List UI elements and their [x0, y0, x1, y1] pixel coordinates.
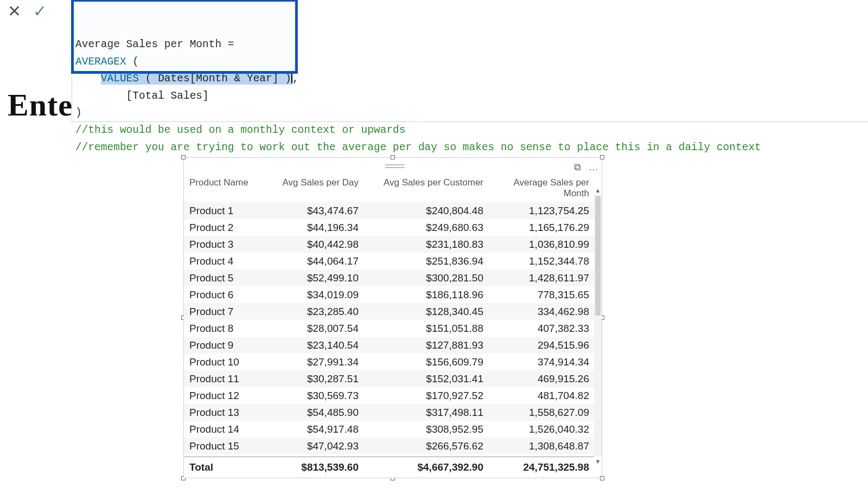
formula-editor[interactable]: Average Sales per Month = AVERAGEX ( VAL…	[72, 0, 868, 122]
table-row[interactable]: Product 6$34,019.09$186,118.96778,315.65	[184, 286, 602, 303]
table-visual[interactable]: ⧉ … Product NameAvg Sales per DayAvg Sal…	[183, 157, 602, 478]
table-cell: Product 7	[189, 303, 265, 320]
scroll-up-icon[interactable]: ▲	[594, 187, 602, 194]
table-cell: $240,804.48	[363, 202, 488, 219]
table-cell: $54,917.48	[265, 421, 363, 438]
table-cell: 1,165,176.29	[488, 219, 593, 236]
total-cell: Total	[189, 457, 265, 478]
table-row[interactable]: Product 10$27,991.34$156,609.79374,914.3…	[184, 354, 602, 370]
formula-line-4: [Total Sales]	[75, 90, 209, 102]
table-cell: 407,382.33	[488, 320, 593, 337]
table-row[interactable]: Product 14$54,917.48$308,952.951,526,040…	[184, 421, 602, 438]
table-cell: 374,914.34	[488, 354, 593, 370]
table-cell: $47,042.93	[265, 438, 363, 454]
table-cell: $186,118.96	[363, 286, 488, 303]
scroll-thumb[interactable]	[595, 196, 601, 316]
column-header[interactable]: Average Sales per Month	[488, 177, 593, 199]
table-cell: $28,007.54	[265, 320, 363, 337]
comment-2: //remember you are trying to work out th…	[75, 142, 761, 153]
formula-indent	[75, 73, 101, 85]
table-cell: Product 1	[189, 202, 265, 219]
table-cell: $34,019.09	[265, 286, 363, 303]
formula-line-5: )	[75, 107, 82, 119]
resize-handle[interactable]	[600, 155, 604, 159]
total-cell: 24,751,325.98	[488, 457, 593, 478]
formula-bar: ✕ ✓ Average Sales per Month = AVERAGEX (…	[0, 0, 868, 122]
comment-1: //this would be used on a monthly contex…	[75, 124, 406, 136]
table-cell: $54,485.90	[265, 404, 363, 421]
commit-button[interactable]: ✓	[33, 3, 47, 20]
table-cell: Product 5	[189, 269, 265, 286]
table-cell: Product 4	[189, 253, 265, 269]
table-cell: 1,526,040.32	[488, 421, 593, 438]
table-cell: Product 14	[189, 421, 265, 438]
table-row[interactable]: Product 12$30,569.73$170,927.52481,704.8…	[184, 387, 602, 404]
column-header[interactable]: Avg Sales per Customer	[363, 177, 488, 199]
total-cell: $813,539.60	[265, 457, 363, 478]
table-cell: 1,152,344.78	[488, 253, 593, 269]
scroll-down-icon[interactable]: ▼	[594, 458, 602, 465]
table-cell: $52,499.10	[265, 269, 363, 286]
comma: ,	[292, 73, 299, 85]
table-cell: Product 10	[189, 354, 265, 370]
formula-line-1: Average Sales per Month =	[75, 38, 240, 50]
visual-header: ⧉ …	[184, 158, 602, 176]
cancel-button[interactable]: ✕	[8, 3, 21, 20]
table-row[interactable]: Product 7$23,285.40$128,340.45334,462.98	[184, 303, 602, 320]
table-cell: $43,474.67	[265, 202, 363, 219]
table-cell: $23,285.40	[265, 303, 363, 320]
drag-handle-icon[interactable]	[384, 164, 406, 170]
table-row[interactable]: Product 5$52,499.10$300,281.501,428,611.…	[184, 269, 602, 286]
resize-handle[interactable]	[181, 155, 186, 159]
table-row[interactable]: Product 13$54,485.90$317,498.111,558,627…	[184, 404, 602, 421]
table-cell: $152,031.41	[363, 370, 488, 387]
table-cell: Product 3	[189, 236, 265, 253]
more-options-icon[interactable]: …	[589, 162, 598, 173]
table-cell: 1,308,648.87	[488, 438, 593, 454]
table-cell: 1,036,810.99	[488, 236, 593, 253]
table-cell: $44,196.34	[265, 219, 363, 236]
table-cell: 1,123,754.25	[488, 202, 593, 219]
table-cell: $40,442.98	[265, 236, 363, 253]
table-cell: Product 15	[189, 438, 265, 454]
table-row[interactable]: Product 3$40,442.98$231,180.831,036,810.…	[184, 236, 602, 253]
table-cell: $308,952.95	[363, 421, 488, 438]
table-cell: 334,462.98	[488, 303, 593, 320]
table-cell: $170,927.52	[363, 387, 488, 404]
table-cell: Product 6	[189, 286, 265, 303]
table-cell: $27,991.34	[265, 354, 363, 370]
table-cell: Product 9	[189, 337, 265, 354]
focus-mode-icon[interactable]: ⧉	[574, 162, 581, 173]
table-cell: Product 13	[189, 404, 265, 421]
table-row[interactable]: Product 9$23,140.54$127,881.93294,515.96	[184, 337, 602, 354]
table-cell: Product 12	[189, 387, 265, 404]
table-cell: 1,428,611.97	[488, 269, 593, 286]
table-row[interactable]: Product 1$43,474.67$240,804.481,123,754.…	[184, 202, 602, 219]
table-cell: $30,287.51	[265, 370, 363, 387]
table-row[interactable]: Product 11$30,287.51$152,031.41469,915.2…	[184, 370, 602, 387]
fn-averagex: AVERAGEX	[75, 56, 126, 68]
vertical-scrollbar[interactable]: ▲ ▼	[594, 196, 602, 456]
table-row[interactable]: Product 2$44,196.34$249,680.631,165,176.…	[184, 219, 602, 236]
table-cell: 481,704.82	[488, 387, 593, 404]
table-cell: Product 11	[189, 370, 265, 387]
table-body: Product NameAvg Sales per DayAvg Sales p…	[184, 176, 602, 478]
table-cell: 469,915.26	[488, 370, 593, 387]
table-cell: $128,340.45	[363, 303, 488, 320]
table-row[interactable]: Product 8$28,007.54$151,051.88407,382.33	[184, 320, 602, 337]
table-cell: $23,140.54	[265, 337, 363, 354]
table-row[interactable]: Product 4$44,064.17$251,836.941,152,344.…	[184, 253, 602, 269]
table-cell: $156,609.79	[363, 354, 488, 370]
table-total-row: Total$813,539.60$4,667,392.9024,751,325.…	[184, 457, 594, 478]
column-header[interactable]: Avg Sales per Day	[265, 177, 363, 199]
table-cell: $127,881.93	[363, 337, 488, 354]
column-header[interactable]: Product Name	[189, 177, 265, 199]
table-cell: $266,576.62	[363, 438, 488, 454]
table-row[interactable]: Product 15$47,042.93$266,576.621,308,648…	[184, 438, 602, 454]
fn-values: VALUES	[101, 73, 139, 85]
table-cell: 1,558,627.09	[488, 404, 593, 421]
total-cell: $4,667,392.90	[363, 457, 488, 478]
table-cell: $30,569.73	[265, 387, 363, 404]
formula-line-2-rest: (	[126, 56, 139, 68]
resize-handle[interactable]	[391, 155, 395, 159]
